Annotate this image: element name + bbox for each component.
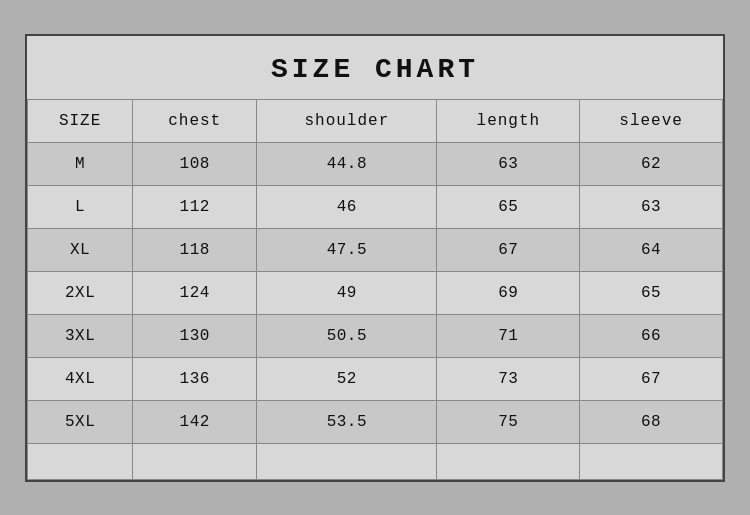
table-row: 3XL13050.57166 [28, 314, 723, 357]
table-cell: 142 [133, 400, 257, 443]
table-cell: 130 [133, 314, 257, 357]
table-cell: 63 [580, 185, 723, 228]
table-cell: M [28, 142, 133, 185]
table-header-row: SIZEchestshoulderlengthsleeve [28, 99, 723, 142]
column-header-sleeve: sleeve [580, 99, 723, 142]
table-cell: 64 [580, 228, 723, 271]
column-header-size: SIZE [28, 99, 133, 142]
table-row [28, 443, 723, 479]
table-cell: 108 [133, 142, 257, 185]
table-cell: 118 [133, 228, 257, 271]
table-cell: 53.5 [257, 400, 437, 443]
column-header-chest: chest [133, 99, 257, 142]
table-cell [437, 443, 580, 479]
table-cell: 66 [580, 314, 723, 357]
table-cell: 63 [437, 142, 580, 185]
table-row: M10844.86362 [28, 142, 723, 185]
table-cell: 62 [580, 142, 723, 185]
table-cell: 50.5 [257, 314, 437, 357]
table-cell: 47.5 [257, 228, 437, 271]
table-row: XL11847.56764 [28, 228, 723, 271]
size-table: SIZEchestshoulderlengthsleeve M10844.863… [27, 99, 723, 480]
table-cell: 136 [133, 357, 257, 400]
table-cell: 65 [580, 271, 723, 314]
table-cell: 67 [580, 357, 723, 400]
table-cell: 67 [437, 228, 580, 271]
table-cell: 3XL [28, 314, 133, 357]
table-cell: 68 [580, 400, 723, 443]
table-cell: L [28, 185, 133, 228]
table-cell: 2XL [28, 271, 133, 314]
chart-title: SIZE CHART [27, 36, 723, 99]
table-row: 2XL124496965 [28, 271, 723, 314]
table-cell: 112 [133, 185, 257, 228]
table-cell: 44.8 [257, 142, 437, 185]
table-cell [257, 443, 437, 479]
table-cell: 46 [257, 185, 437, 228]
table-cell: 73 [437, 357, 580, 400]
table-cell: XL [28, 228, 133, 271]
size-chart-container: SIZE CHART SIZEchestshoulderlengthsleeve… [25, 34, 725, 482]
table-cell: 124 [133, 271, 257, 314]
table-cell: 71 [437, 314, 580, 357]
table-cell: 65 [437, 185, 580, 228]
table-body: M10844.86362L112466563XL11847.567642XL12… [28, 142, 723, 479]
table-row: L112466563 [28, 185, 723, 228]
table-cell: 75 [437, 400, 580, 443]
column-header-length: length [437, 99, 580, 142]
table-cell: 5XL [28, 400, 133, 443]
table-cell: 49 [257, 271, 437, 314]
table-cell: 52 [257, 357, 437, 400]
table-row: 4XL136527367 [28, 357, 723, 400]
table-cell [580, 443, 723, 479]
table-cell: 4XL [28, 357, 133, 400]
table-cell [133, 443, 257, 479]
table-row: 5XL14253.57568 [28, 400, 723, 443]
table-cell [28, 443, 133, 479]
column-header-shoulder: shoulder [257, 99, 437, 142]
table-cell: 69 [437, 271, 580, 314]
